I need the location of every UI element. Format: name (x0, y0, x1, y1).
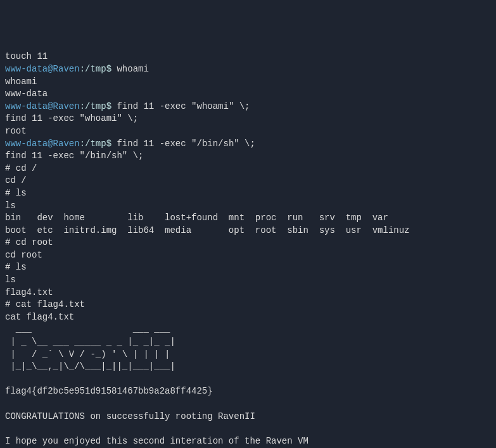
terminal-output[interactable]: touch 11 www-data@Raven:/tmp$ whoami who… (5, 51, 491, 448)
echo-find-whoami: find 11 -exec "whoami" \; (5, 113, 138, 123)
echo-ls2: ls (5, 275, 16, 285)
output-flag4: flag4.txt (5, 287, 53, 297)
prompt-user-host: www-data@Raven (5, 139, 80, 149)
ls-output-2: boot etc initrd.img lib64 media opt root… (5, 225, 410, 235)
cmd-find-sh: find 11 -exec "/bin/sh" \; (117, 139, 255, 149)
prompt-path: :/tmp$ (80, 64, 111, 74)
output-wwwdata: www-data (5, 89, 48, 99)
prompt-path: :/tmp$ (80, 101, 111, 111)
cmd-whoami: whoami (117, 64, 148, 74)
ascii-art-4: |_|_\__,_|\_/\___|_||_|___|___| (5, 361, 175, 371)
line-touch: touch 11 (5, 51, 48, 61)
prompt-user-host: www-data@Raven (5, 64, 80, 74)
ascii-art-2: | _ \__ ___ _____ _ _ |_ _|_ _| (5, 337, 175, 347)
prompt-user-host: www-data@Raven (5, 101, 80, 111)
echo-find-sh: find 11 -exec "/bin/sh" \; (5, 151, 143, 161)
output-root: root (5, 126, 27, 136)
ascii-art-3: | / _` \ V / -_) ' \ | | | | (5, 349, 175, 359)
ascii-art-1: ___ ___ ___ (5, 324, 175, 334)
prompt-path: :/tmp$ (80, 139, 111, 149)
ascii-art-5 (5, 374, 149, 384)
ls-output-1: bin dev home lib lost+found mnt proc run… (5, 213, 388, 223)
hope-text: I hope you enjoyed this second interatio… (5, 436, 308, 446)
congrats-text: CONGRATULATIONS on successfully rooting … (5, 411, 255, 421)
line-cat: # cat flag4.txt (5, 299, 85, 309)
line-ls: # ls (5, 188, 27, 198)
flag-text: flag4{df2bc5e951d91581467bb9a2a8ff4425} (5, 386, 213, 396)
cmd-find-whoami: find 11 -exec "whoami" \; (117, 101, 250, 111)
echo-cd-root: cd root (5, 250, 42, 260)
line-ls2: # ls (5, 262, 27, 272)
echo-ls: ls (5, 201, 16, 211)
echo-cat: cat flag4.txt (5, 312, 74, 322)
line-cd-root: # cd root (5, 237, 53, 247)
echo-cd-slash: cd / (5, 175, 27, 185)
line-cd-slash: # cd / (5, 163, 37, 173)
echo-whoami: whoami (5, 77, 37, 87)
